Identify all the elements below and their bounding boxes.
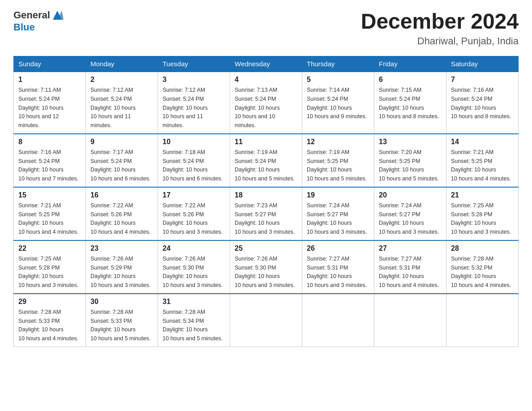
calendar-day-cell: 30 Sunrise: 7:28 AMSunset: 5:33 PMDaylig… <box>86 294 158 347</box>
calendar-day-cell: 23 Sunrise: 7:26 AMSunset: 5:29 PMDaylig… <box>86 240 158 294</box>
day-number: 12 <box>307 138 369 146</box>
weekday-header-saturday: Saturday <box>446 56 519 72</box>
day-info: Sunrise: 7:28 AMSunset: 5:33 PMDaylight:… <box>18 309 78 342</box>
calendar-day-cell: 8 Sunrise: 7:16 AMSunset: 5:24 PMDayligh… <box>14 134 86 187</box>
calendar-week-row: 29 Sunrise: 7:28 AMSunset: 5:33 PMDaylig… <box>14 294 519 347</box>
day-info: Sunrise: 7:14 AMSunset: 5:24 PMDaylight:… <box>307 87 367 120</box>
day-info: Sunrise: 7:21 AMSunset: 5:25 PMDaylight:… <box>451 149 511 182</box>
calendar-day-cell: 9 Sunrise: 7:17 AMSunset: 5:24 PMDayligh… <box>86 134 158 187</box>
empty-cell <box>302 294 374 347</box>
day-number: 11 <box>235 138 297 146</box>
day-info: Sunrise: 7:17 AMSunset: 5:24 PMDaylight:… <box>90 149 150 182</box>
logo-blue: Blue <box>13 21 35 33</box>
calendar-day-cell: 11 Sunrise: 7:19 AMSunset: 5:24 PMDaylig… <box>230 134 302 187</box>
day-number: 10 <box>163 138 225 146</box>
calendar-day-cell: 18 Sunrise: 7:23 AMSunset: 5:27 PMDaylig… <box>230 187 302 240</box>
day-number: 5 <box>307 76 369 84</box>
day-number: 15 <box>18 191 81 199</box>
day-number: 20 <box>379 191 442 199</box>
day-info: Sunrise: 7:24 AMSunset: 5:27 PMDaylight:… <box>307 202 367 235</box>
calendar-day-cell: 28 Sunrise: 7:28 AMSunset: 5:32 PMDaylig… <box>446 240 519 294</box>
weekday-header-friday: Friday <box>374 56 446 72</box>
day-number: 3 <box>163 76 225 84</box>
day-info: Sunrise: 7:11 AMSunset: 5:24 PMDaylight:… <box>18 87 64 128</box>
day-number: 1 <box>18 76 81 84</box>
day-number: 28 <box>451 244 514 253</box>
empty-cell <box>230 294 302 347</box>
calendar-day-cell: 4 Sunrise: 7:13 AMSunset: 5:24 PMDayligh… <box>230 72 302 134</box>
calendar-week-row: 22 Sunrise: 7:25 AMSunset: 5:28 PMDaylig… <box>14 240 519 294</box>
calendar-day-cell: 21 Sunrise: 7:25 AMSunset: 5:28 PMDaylig… <box>446 187 519 240</box>
page-header: General Blue December 2024 Dhariwal, Pun… <box>13 9 519 47</box>
calendar-day-cell: 29 Sunrise: 7:28 AMSunset: 5:33 PMDaylig… <box>14 294 86 347</box>
calendar-day-cell: 24 Sunrise: 7:26 AMSunset: 5:30 PMDaylig… <box>158 240 230 294</box>
calendar-day-cell: 13 Sunrise: 7:20 AMSunset: 5:25 PMDaylig… <box>374 134 446 187</box>
calendar-day-cell: 12 Sunrise: 7:19 AMSunset: 5:25 PMDaylig… <box>302 134 374 187</box>
weekday-header-sunday: Sunday <box>14 56 86 72</box>
day-info: Sunrise: 7:26 AMSunset: 5:29 PMDaylight:… <box>90 256 150 288</box>
calendar-week-row: 1 Sunrise: 7:11 AMSunset: 5:24 PMDayligh… <box>14 72 519 134</box>
calendar-day-cell: 27 Sunrise: 7:27 AMSunset: 5:31 PMDaylig… <box>374 240 446 294</box>
weekday-header-monday: Monday <box>86 56 158 72</box>
empty-cell <box>446 294 519 347</box>
day-number: 23 <box>90 244 153 253</box>
day-info: Sunrise: 7:28 AMSunset: 5:34 PMDaylight:… <box>163 309 223 342</box>
calendar-day-cell: 3 Sunrise: 7:12 AMSunset: 5:24 PMDayligh… <box>158 72 230 134</box>
day-info: Sunrise: 7:12 AMSunset: 5:24 PMDaylight:… <box>90 87 136 128</box>
day-number: 25 <box>235 244 297 253</box>
calendar-day-cell: 19 Sunrise: 7:24 AMSunset: 5:27 PMDaylig… <box>302 187 374 240</box>
day-info: Sunrise: 7:12 AMSunset: 5:24 PMDaylight:… <box>163 87 208 128</box>
calendar-day-cell: 7 Sunrise: 7:16 AMSunset: 5:24 PMDayligh… <box>446 72 519 134</box>
day-number: 24 <box>163 244 225 253</box>
calendar-day-cell: 31 Sunrise: 7:28 AMSunset: 5:34 PMDaylig… <box>158 294 230 347</box>
weekday-header-tuesday: Tuesday <box>158 56 230 72</box>
month-title: December 2024 <box>361 9 519 34</box>
day-number: 30 <box>90 298 153 306</box>
day-info: Sunrise: 7:25 AMSunset: 5:28 PMDaylight:… <box>18 256 78 288</box>
calendar-day-cell: 10 Sunrise: 7:18 AMSunset: 5:24 PMDaylig… <box>158 134 230 187</box>
calendar-day-cell: 14 Sunrise: 7:21 AMSunset: 5:25 PMDaylig… <box>446 134 519 187</box>
day-info: Sunrise: 7:21 AMSunset: 5:25 PMDaylight:… <box>18 202 78 235</box>
day-info: Sunrise: 7:15 AMSunset: 5:24 PMDaylight:… <box>379 87 439 120</box>
day-number: 21 <box>451 191 514 199</box>
day-info: Sunrise: 7:18 AMSunset: 5:24 PMDaylight:… <box>163 149 223 182</box>
empty-cell <box>374 294 446 347</box>
day-info: Sunrise: 7:25 AMSunset: 5:28 PMDaylight:… <box>451 202 511 235</box>
calendar-day-cell: 22 Sunrise: 7:25 AMSunset: 5:28 PMDaylig… <box>14 240 86 294</box>
day-info: Sunrise: 7:24 AMSunset: 5:27 PMDaylight:… <box>379 202 439 235</box>
day-number: 9 <box>90 138 153 146</box>
calendar-day-cell: 16 Sunrise: 7:22 AMSunset: 5:26 PMDaylig… <box>86 187 158 240</box>
day-number: 29 <box>18 298 81 306</box>
calendar-table: SundayMondayTuesdayWednesdayThursdayFrid… <box>13 56 519 347</box>
day-info: Sunrise: 7:22 AMSunset: 5:26 PMDaylight:… <box>163 202 223 235</box>
calendar-day-cell: 2 Sunrise: 7:12 AMSunset: 5:24 PMDayligh… <box>86 72 158 134</box>
day-number: 18 <box>235 191 297 199</box>
calendar-day-cell: 26 Sunrise: 7:27 AMSunset: 5:31 PMDaylig… <box>302 240 374 294</box>
day-info: Sunrise: 7:28 AMSunset: 5:33 PMDaylight:… <box>90 309 150 342</box>
title-block: December 2024 Dhariwal, Punjab, India <box>361 9 519 47</box>
day-number: 4 <box>235 76 297 84</box>
day-info: Sunrise: 7:16 AMSunset: 5:24 PMDaylight:… <box>451 87 511 120</box>
day-info: Sunrise: 7:13 AMSunset: 5:24 PMDaylight:… <box>235 87 280 128</box>
calendar-week-row: 8 Sunrise: 7:16 AMSunset: 5:24 PMDayligh… <box>14 134 519 187</box>
day-info: Sunrise: 7:27 AMSunset: 5:31 PMDaylight:… <box>307 256 367 288</box>
day-info: Sunrise: 7:20 AMSunset: 5:25 PMDaylight:… <box>379 149 439 182</box>
weekday-header-wednesday: Wednesday <box>230 56 302 72</box>
day-info: Sunrise: 7:27 AMSunset: 5:31 PMDaylight:… <box>379 256 439 288</box>
day-number: 7 <box>451 76 514 84</box>
calendar-day-cell: 6 Sunrise: 7:15 AMSunset: 5:24 PMDayligh… <box>374 72 446 134</box>
day-number: 17 <box>163 191 225 199</box>
day-info: Sunrise: 7:26 AMSunset: 5:30 PMDaylight:… <box>235 256 295 288</box>
day-info: Sunrise: 7:23 AMSunset: 5:27 PMDaylight:… <box>235 202 295 235</box>
calendar-day-cell: 5 Sunrise: 7:14 AMSunset: 5:24 PMDayligh… <box>302 72 374 134</box>
logo: General Blue <box>13 9 64 33</box>
day-info: Sunrise: 7:22 AMSunset: 5:26 PMDaylight:… <box>90 202 150 235</box>
day-number: 22 <box>18 244 81 253</box>
day-number: 26 <box>307 244 369 253</box>
day-info: Sunrise: 7:16 AMSunset: 5:24 PMDaylight:… <box>18 149 78 182</box>
day-number: 19 <box>307 191 369 199</box>
day-info: Sunrise: 7:19 AMSunset: 5:24 PMDaylight:… <box>235 149 295 182</box>
calendar-week-row: 15 Sunrise: 7:21 AMSunset: 5:25 PMDaylig… <box>14 187 519 240</box>
calendar-day-cell: 17 Sunrise: 7:22 AMSunset: 5:26 PMDaylig… <box>158 187 230 240</box>
logo-general: General <box>13 9 50 21</box>
